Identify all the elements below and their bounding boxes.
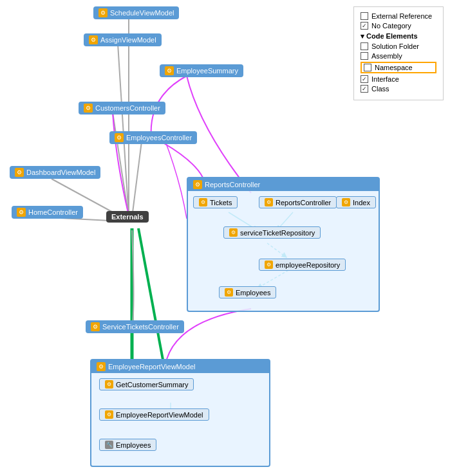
namespace-label: Namespace [375, 64, 413, 71]
employee-repository-node: ⚙ employeeRepository [259, 259, 346, 271]
employee-report-view-model-title: ⚙ EmployeeReportViewModel [91, 360, 269, 373]
index-icon: ⚙ [342, 198, 350, 206]
reports-controller-content: ⚙ Tickets ⚙ ReportsController ⚙ Index ⚙ … [188, 191, 379, 307]
employee-report-view-model-inner-node: ⚙ EmployeeReportViewModel [99, 408, 209, 421]
legend-namespace: Namespace [361, 62, 436, 73]
no-category-checkbox[interactable]: ✓ [361, 22, 368, 30]
assign-view-model-node: ⚙ AssignViewModel [84, 33, 162, 46]
interface-label: Interface [371, 75, 399, 83]
reports-controller-title: ⚙ ReportsController [188, 178, 379, 191]
service-tickets-controller-node: ⚙ ServiceTicketsController [86, 320, 184, 333]
reports-controller-inner-icon: ⚙ [265, 198, 273, 206]
dashboard-view-model-icon: ⚙ [15, 168, 24, 177]
employee-summary-node: ⚙ EmployeeSummary [160, 64, 243, 77]
assembly-checkbox[interactable] [361, 52, 368, 60]
legend-interface: ✓ Interface [361, 75, 436, 83]
reports-controller-inner-node: ⚙ ReportsController [259, 196, 337, 208]
class-checkbox[interactable]: ✓ [361, 85, 368, 93]
tickets-inner-node: ⚙ Tickets [193, 196, 238, 208]
legend-class: ✓ Class [361, 85, 436, 93]
code-elements-title: ▾ Code Elements [361, 32, 436, 41]
legend-external-ref: External Reference [361, 12, 436, 20]
index-inner-node: ⚙ Index [336, 196, 376, 208]
schedule-view-model-icon: ⚙ [98, 8, 108, 17]
employee-report-view-model-inner-icon: ⚙ [105, 410, 113, 419]
employees-controller-node: ⚙ EmployeesController [109, 131, 197, 144]
get-customer-summary-icon: ⚙ [105, 380, 113, 389]
employee-report-view-model-title-icon: ⚙ [97, 362, 106, 371]
namespace-checkbox[interactable] [364, 64, 371, 71]
legend-solution-folder: Solution Folder [361, 42, 436, 50]
employee-summary-icon: ⚙ [165, 66, 174, 75]
no-category-label: No Category [371, 22, 411, 30]
svg-line-8 [138, 228, 164, 367]
reports-controller-title-icon: ⚙ [193, 180, 202, 189]
employees-bottom-node: 🔧 Employees [99, 439, 156, 451]
service-tickets-controller-icon: ⚙ [91, 322, 100, 331]
employee-report-view-model-content: ⚙ GetCustomerSummary ⚙ EmployeeReportVie… [91, 373, 269, 462]
legend-assembly: Assembly [361, 52, 436, 60]
external-ref-checkbox[interactable] [361, 12, 368, 20]
reports-controller-box: ⚙ ReportsController ⚙ Tickets ⚙ ReportsC… [187, 177, 380, 312]
tickets-icon: ⚙ [199, 198, 207, 206]
solution-folder-label: Solution Folder [371, 42, 419, 50]
employees-bottom-icon: 🔧 [105, 441, 113, 449]
employees-inner-icon: ⚙ [225, 288, 233, 297]
svg-line-1 [118, 44, 129, 217]
customers-controller-node: ⚙ CustomersController [79, 102, 165, 114]
legend-panel: External Reference ✓ No Category ▾ Code … [353, 6, 444, 100]
service-ticket-repo-icon: ⚙ [229, 228, 238, 237]
interface-checkbox[interactable]: ✓ [361, 75, 368, 83]
dashboard-view-model-node: ⚙ DashboardViewModel [10, 166, 100, 179]
svg-line-3 [132, 142, 142, 217]
home-controller-icon: ⚙ [17, 208, 26, 217]
assembly-label: Assembly [371, 52, 402, 60]
svg-line-2 [113, 113, 129, 217]
legend-no-category: ✓ No Category [361, 22, 436, 30]
employee-repo-icon: ⚙ [265, 261, 273, 269]
externals-node: Externals [106, 211, 149, 223]
get-customer-summary-node: ⚙ GetCustomerSummary [99, 378, 194, 390]
service-ticket-repository-node: ⚙ serviceTicketRepository [223, 226, 321, 239]
employees-controller-icon: ⚙ [115, 133, 124, 142]
home-controller-node: ⚙ HomeController [12, 206, 83, 219]
customers-controller-icon: ⚙ [84, 104, 93, 113]
external-ref-label: External Reference [371, 12, 432, 20]
employees-inner-node: ⚙ Employees [219, 286, 276, 298]
assign-view-model-icon: ⚙ [89, 35, 98, 44]
schedule-view-model-node: ⚙ ScheduleViewModel [93, 6, 179, 19]
employee-report-view-model-box: ⚙ EmployeeReportViewModel ⚙ GetCustomerS… [90, 359, 270, 467]
solution-folder-checkbox[interactable] [361, 42, 368, 50]
class-label: Class [371, 85, 389, 93]
